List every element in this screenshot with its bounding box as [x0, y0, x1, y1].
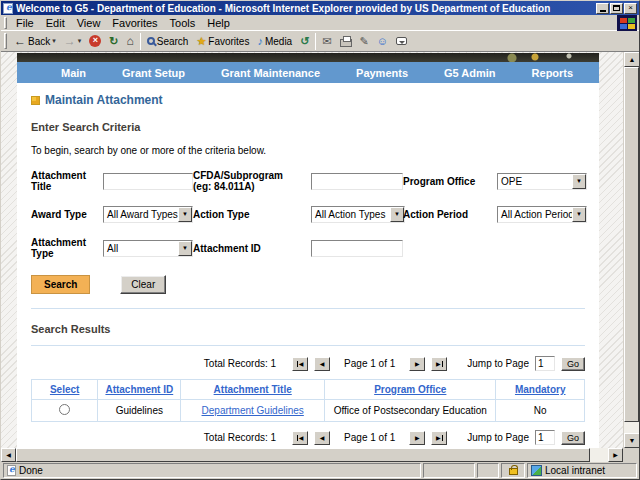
chevron-down-icon[interactable]: ▼ [178, 207, 192, 222]
status-message-pane: Done [3, 463, 421, 478]
nav-reports[interactable]: Reports [532, 67, 574, 79]
next-page-button[interactable]: ▶ [409, 431, 425, 445]
menu-file[interactable]: File [10, 16, 40, 30]
close-button[interactable]: × [624, 3, 637, 14]
criteria-instruction: To begin, search by one or more of the c… [31, 145, 585, 156]
scroll-down-button[interactable]: ▼ [624, 433, 639, 448]
next-page-button[interactable]: ▶ [409, 357, 425, 371]
header-mandatory[interactable]: Mandatory [496, 380, 585, 400]
nav-grant-maintenance[interactable]: Grant Maintenance [221, 67, 320, 79]
history-button[interactable]: ↺ [296, 32, 313, 51]
go-button[interactable]: Go [561, 357, 585, 371]
attachment-id-input[interactable] [311, 240, 403, 257]
favorites-label: Favorites [208, 36, 249, 47]
last-page-button[interactable]: ▶ [431, 357, 447, 371]
minimize-icon [600, 10, 606, 12]
minimize-button[interactable] [596, 3, 609, 14]
attachment-title-input[interactable] [103, 173, 193, 190]
go-button[interactable]: Go [561, 431, 585, 445]
menu-help[interactable]: Help [201, 16, 236, 30]
security-zone-pane: Local intranet [527, 463, 637, 478]
first-page-button[interactable]: ◀ [292, 357, 308, 371]
jump-to-page-input[interactable] [535, 356, 555, 371]
clear-button[interactable]: Clear [120, 275, 166, 294]
home-button[interactable]: ⌂ [122, 32, 137, 51]
header-select[interactable]: Select [32, 380, 98, 400]
prev-page-button[interactable]: ◀ [314, 357, 330, 371]
menu-tools[interactable]: Tools [164, 16, 202, 30]
chevron-down-icon[interactable]: ▼ [572, 174, 586, 189]
back-button[interactable]: ← Back ▾ [10, 32, 60, 51]
cell-program-office: Office of Postsecondary Education [325, 400, 496, 422]
last-page-button[interactable]: ▶ [431, 431, 447, 445]
stop-icon: × [89, 35, 101, 47]
vertical-scrollbar-track[interactable] [624, 422, 639, 433]
stop-button[interactable]: × [85, 32, 105, 51]
mail-button[interactable]: ✉ [318, 32, 335, 51]
page-viewport: Main Grant Setup Grant Maintenance Payme… [1, 52, 639, 448]
menu-view[interactable]: View [71, 16, 107, 30]
edit-button[interactable]: ✎ [356, 32, 373, 51]
chevron-down-icon[interactable]: ▼ [178, 241, 192, 256]
back-dropdown-icon[interactable]: ▾ [52, 37, 56, 45]
chevron-down-icon[interactable]: ▼ [572, 207, 586, 222]
horizontal-scrollbar[interactable]: ◀ ▶ [1, 448, 639, 462]
action-type-select[interactable]: All Action Types ▼ [311, 206, 405, 223]
horizontal-scrollbar-thumb[interactable] [16, 448, 590, 462]
program-office-select[interactable]: OPE ▼ [497, 173, 587, 190]
status-pane-empty2 [477, 463, 499, 478]
favorites-button[interactable]: ★ Favorites [192, 32, 253, 51]
nav-g5-admin[interactable]: G5 Admin [444, 67, 496, 79]
next-page-icon: ▶ [415, 361, 420, 367]
menu-favorites[interactable]: Favorites [106, 16, 163, 30]
mail-icon: ✉ [322, 36, 331, 47]
menu-edit[interactable]: Edit [40, 16, 71, 30]
menu-bar: File Edit View Favorites Tools Help [1, 15, 639, 31]
nav-grant-setup[interactable]: Grant Setup [122, 67, 185, 79]
action-period-select[interactable]: All Action Periods ▼ [497, 206, 587, 223]
row-select-radio[interactable] [59, 404, 70, 415]
cell-attachment-id: Guidelines [98, 400, 181, 422]
divider [31, 345, 585, 346]
forward-dropdown-icon[interactable]: ▾ [78, 37, 82, 45]
attachment-title-link[interactable]: Department Guidelines [202, 405, 304, 416]
refresh-button[interactable]: ↻ [105, 32, 122, 51]
ie-page-icon [3, 3, 13, 14]
media-button[interactable]: ♪ Media [253, 32, 296, 51]
messenger-button[interactable]: ☺ [373, 32, 392, 51]
vertical-scrollbar-thumb[interactable] [624, 67, 639, 422]
nav-main[interactable]: Main [61, 67, 86, 79]
header-attachment-id[interactable]: Attachment ID [98, 380, 181, 400]
header-program-office[interactable]: Program Office [325, 380, 496, 400]
scroll-right-button[interactable]: ▶ [608, 448, 623, 462]
award-type-select[interactable]: All Award Types ▼ [103, 206, 193, 223]
page-body: Maintain Attachment Enter Search Criteri… [17, 83, 599, 448]
scroll-up-button[interactable]: ▲ [624, 52, 639, 67]
scroll-left-button[interactable]: ◀ [1, 448, 16, 462]
nav-payments[interactable]: Payments [356, 67, 408, 79]
search-button[interactable]: Search [31, 275, 90, 294]
vertical-scrollbar[interactable]: ▲ ▼ [623, 52, 639, 448]
toolbar-separator2 [315, 33, 316, 50]
cfda-label: CFDA/Subprogram(eg: 84.011A) [193, 170, 311, 192]
forward-button[interactable]: → ▾ [60, 32, 86, 51]
search-button-toolbar[interactable]: Search [143, 32, 193, 51]
jump-to-page-input[interactable] [535, 430, 555, 445]
restore-button[interactable] [610, 3, 623, 14]
discuss-button[interactable] [392, 32, 411, 51]
first-page-button[interactable]: ◀ [292, 431, 308, 445]
window-title: Welcome to G5 - Department of Education … [16, 3, 592, 14]
cfda-input[interactable] [311, 173, 403, 190]
prev-page-button[interactable]: ◀ [314, 431, 330, 445]
results-table: Select Attachment ID Attachment Title Pr… [31, 379, 585, 422]
attachment-type-select[interactable]: All ▼ [103, 240, 193, 257]
horizontal-scrollbar-track[interactable] [590, 448, 608, 462]
security-pane [501, 463, 525, 478]
last-page-icon: ▶ [436, 435, 443, 441]
edit-icon: ✎ [360, 36, 369, 47]
header-attachment-title[interactable]: Attachment Title [181, 380, 325, 400]
chevron-down-icon[interactable]: ▼ [390, 207, 404, 222]
intranet-zone-icon [531, 465, 542, 476]
table-header-row: Select Attachment ID Attachment Title Pr… [32, 380, 585, 400]
print-button[interactable] [336, 32, 356, 51]
